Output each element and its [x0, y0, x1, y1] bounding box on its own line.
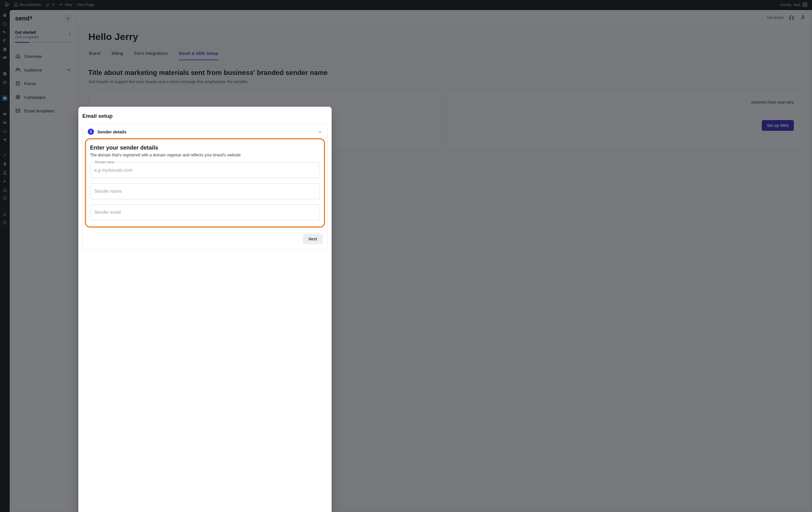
- email-setup-modal: Email setup 1 Sender details Enter your …: [78, 107, 331, 512]
- modal-title: Email setup: [82, 113, 328, 124]
- sender-name-input[interactable]: [90, 184, 320, 199]
- accordion-header[interactable]: 1 Sender details: [83, 124, 327, 136]
- panel-subheading: The domain that's registered with a doma…: [90, 153, 320, 157]
- panel-heading: Enter your sender details: [90, 145, 320, 151]
- sender-email-input[interactable]: [90, 205, 320, 220]
- domain-name-field-wrap: Domain name: [90, 162, 320, 178]
- step-badge: 1: [88, 128, 94, 135]
- chevron-up-icon: [318, 129, 322, 134]
- domain-name-label: Domain name: [94, 160, 115, 164]
- highlight-box: Enter your sender details The domain tha…: [85, 138, 325, 228]
- domain-name-input[interactable]: [90, 162, 320, 178]
- sender-email-field-wrap: [90, 204, 320, 220]
- sender-details-accordion: 1 Sender details Enter your sender detai…: [82, 124, 328, 249]
- step-label: Sender details: [97, 129, 127, 134]
- sender-name-field-wrap: [90, 183, 320, 199]
- next-button[interactable]: Next: [303, 234, 323, 244]
